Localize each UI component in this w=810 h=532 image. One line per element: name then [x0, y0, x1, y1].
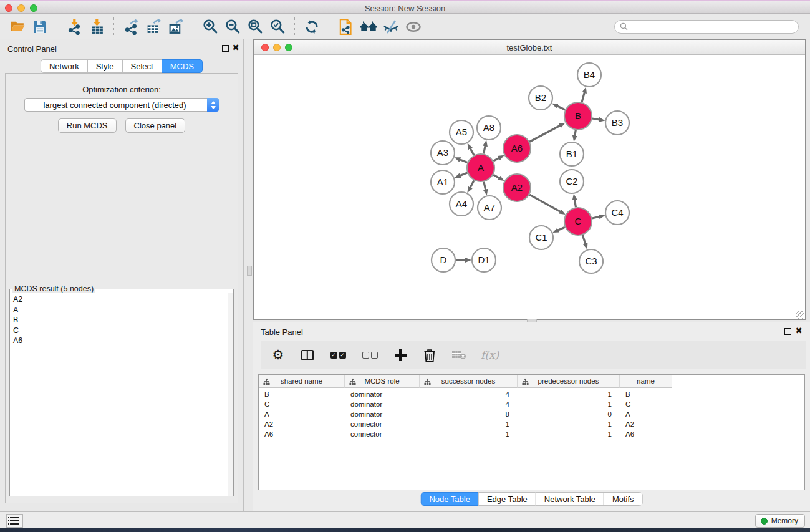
graph-edge-A-A6[interactable]	[493, 158, 499, 161]
deselect-all-columns-button[interactable]	[361, 347, 378, 363]
column-layout-button[interactable]	[300, 347, 315, 363]
table-cell[interactable]: A2	[620, 419, 672, 429]
tab-node-table[interactable]: Node Table	[420, 492, 479, 506]
graph-edge-C-C4[interactable]	[592, 216, 599, 218]
table-row[interactable]: Bdominator41B	[259, 389, 804, 399]
task-history-button[interactable]	[6, 514, 23, 528]
graph-edge-A-A7[interactable]	[484, 181, 486, 190]
graph-edge-A-A4[interactable]	[470, 180, 474, 188]
table-cell[interactable]: dominator	[345, 389, 420, 399]
function-builder-button[interactable]: f(x)	[481, 347, 499, 363]
tab-motifs[interactable]: Motifs	[604, 492, 643, 506]
tab-select[interactable]: Select	[122, 59, 162, 73]
tab-mcds[interactable]: MCDS	[162, 59, 203, 73]
refresh-button[interactable]	[301, 17, 323, 37]
table-cell[interactable]: 1	[518, 429, 620, 439]
hide-selected-button[interactable]	[380, 17, 402, 37]
table-cell[interactable]: C	[259, 399, 345, 409]
table-cell[interactable]: 1	[518, 419, 620, 429]
table-cell[interactable]: 4	[420, 389, 518, 399]
table-cell[interactable]: 8	[420, 409, 518, 419]
mcds-result-item[interactable]: A	[13, 305, 233, 316]
table-cell[interactable]: A2	[259, 419, 345, 429]
column-header-shared-name[interactable]: shared name	[259, 375, 345, 388]
delete-column-button[interactable]	[422, 347, 437, 363]
delete-table-button[interactable]	[451, 347, 466, 363]
result-scrollbar[interactable]	[228, 293, 233, 496]
mcds-result-item[interactable]: C	[13, 326, 233, 336]
show-all-button[interactable]	[402, 17, 425, 37]
table-cell[interactable]: 1	[518, 399, 620, 409]
graph-edge-B-B4[interactable]	[582, 92, 584, 102]
import-table-button[interactable]	[85, 17, 108, 37]
tab-network[interactable]: Network	[41, 59, 88, 73]
table-cell[interactable]: 4	[420, 399, 518, 409]
graph-edge-A2-C[interactable]	[529, 195, 561, 211]
network-canvas[interactable]: B4B2BB3A8A5A6A3B1AA1C2A2A4A7C4CC1C3DD1	[254, 55, 805, 319]
zoom-fit-button[interactable]	[244, 17, 266, 37]
table-cell[interactable]: 1	[420, 429, 518, 439]
import-network-button[interactable]	[63, 17, 85, 37]
graph-edge-A-A1[interactable]	[460, 173, 467, 176]
table-cell[interactable]: B	[259, 389, 345, 399]
graph-edge-A6-B[interactable]	[529, 125, 560, 142]
table-options-button[interactable]: ⚙	[271, 347, 286, 363]
graph-edge-B-B1[interactable]	[575, 130, 576, 137]
column-header-successor-nodes[interactable]: successor nodes	[420, 375, 518, 388]
mcds-result-item[interactable]: B	[13, 315, 233, 326]
run-mcds-button[interactable]: Run MCDS	[58, 118, 117, 133]
search-input[interactable]	[631, 22, 793, 31]
column-header-mcds-role[interactable]: MCDS role	[345, 375, 420, 388]
graph-edge-C-C1[interactable]	[558, 227, 565, 230]
memory-button[interactable]: Memory	[755, 514, 805, 528]
vertical-splitter-handle[interactable]	[247, 266, 252, 276]
column-header-predecessor-nodes[interactable]: predecessor nodes	[518, 375, 620, 388]
table-cell[interactable]: dominator	[345, 399, 420, 409]
zoom-selected-button[interactable]	[266, 17, 289, 37]
graph-edge-C-C3[interactable]	[582, 235, 586, 244]
select-all-columns-button[interactable]: ✓✓	[329, 347, 347, 363]
table-cell[interactable]: A6	[620, 429, 672, 439]
graph-edge-C-C2[interactable]	[574, 200, 576, 208]
open-session-button[interactable]	[6, 17, 29, 37]
export-table-button[interactable]	[142, 17, 165, 37]
tab-style[interactable]: Style	[87, 59, 123, 73]
table-cell[interactable]: B	[620, 389, 672, 399]
table-cell[interactable]: 1	[518, 389, 620, 399]
graph-edge-A-A2[interactable]	[493, 175, 499, 178]
tab-network-table[interactable]: Network Table	[536, 492, 604, 506]
table-row[interactable]: Adominator80A	[259, 409, 804, 419]
table-cell[interactable]: C	[620, 399, 672, 409]
table-cell[interactable]: 1	[420, 419, 518, 429]
new-network-from-file-button[interactable]	[335, 17, 357, 37]
close-panel-button[interactable]: Close panel	[125, 118, 186, 133]
graph-edge-A-A8[interactable]	[484, 145, 486, 153]
search-field[interactable]	[614, 20, 799, 34]
float-panel-icon[interactable]	[222, 45, 229, 52]
zoom-in-button[interactable]	[199, 17, 221, 37]
table-cell[interactable]: dominator	[345, 409, 420, 419]
table-row[interactable]: A6connector11A6	[259, 429, 804, 439]
mcds-result-item[interactable]: A2	[13, 294, 233, 305]
zoom-out-button[interactable]	[221, 17, 244, 37]
close-panel-icon[interactable]: ✖	[795, 326, 803, 336]
graph-edge-B-B3[interactable]	[592, 118, 600, 120]
table-cell[interactable]: A	[620, 409, 672, 419]
window-resize-grip[interactable]	[796, 311, 804, 319]
first-neighbors-button[interactable]	[357, 17, 380, 37]
add-column-button[interactable]	[393, 347, 408, 363]
table-cell[interactable]: A	[259, 409, 345, 419]
column-header-name[interactable]: name	[620, 375, 672, 388]
export-network-button[interactable]	[120, 17, 142, 37]
criterion-dropdown[interactable]: largest connected component (directed)	[24, 98, 219, 112]
graph-edge-A-A5[interactable]	[470, 148, 474, 155]
table-row[interactable]: A2connector11A2	[259, 419, 804, 429]
table-row[interactable]: Cdominator41C	[259, 399, 804, 409]
float-panel-icon[interactable]	[784, 328, 791, 335]
tab-edge-table[interactable]: Edge Table	[478, 492, 536, 506]
table-cell[interactable]: 0	[518, 409, 620, 419]
export-image-button[interactable]	[165, 17, 187, 37]
table-cell[interactable]: connector	[345, 419, 420, 429]
table-cell[interactable]: connector	[345, 429, 420, 439]
mcds-result-item[interactable]: A6	[13, 336, 233, 346]
